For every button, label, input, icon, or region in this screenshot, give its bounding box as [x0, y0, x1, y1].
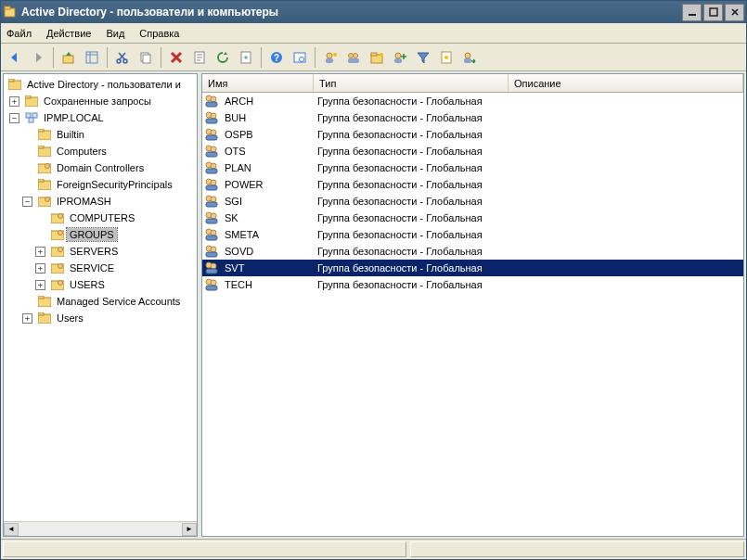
- scroll-right-icon[interactable]: ►: [182, 523, 197, 536]
- list-row[interactable]: OSPBГруппа безопасности - Глобальная: [202, 126, 743, 143]
- tree-domain[interactable]: − IPMP.LOCAL: [6, 109, 197, 126]
- tree-ou-servers[interactable]: + SERVERS: [6, 243, 197, 260]
- add-to-group-button[interactable]: [390, 47, 410, 68]
- tree-domain-controllers[interactable]: Domain Controllers: [6, 159, 197, 176]
- cell-type: Группа безопасности - Глобальная: [314, 196, 509, 207]
- new-group-button[interactable]: [343, 47, 364, 68]
- svg-rect-28: [326, 58, 333, 63]
- folder-icon: [38, 129, 51, 140]
- svg-rect-32: [348, 58, 359, 63]
- tree-msa[interactable]: Managed Service Accounts: [6, 293, 197, 310]
- tree-label: Builtin: [54, 128, 87, 141]
- svg-rect-105: [206, 269, 217, 274]
- list-row[interactable]: SOVDГруппа безопасности - Глобальная: [202, 243, 743, 260]
- svg-point-13: [123, 59, 127, 63]
- tree-root[interactable]: Active Directory - пользователи и: [6, 76, 197, 93]
- list-row[interactable]: POWERГруппа безопасности - Глобальная: [202, 176, 743, 193]
- tree-saved-queries[interactable]: + Сохраненные запросы: [6, 93, 197, 109]
- tree-ou-users[interactable]: + USERS: [6, 276, 197, 293]
- scroll-left-icon[interactable]: ◄: [4, 523, 19, 536]
- tree-label: GROUPS: [67, 228, 117, 241]
- group-icon: [204, 227, 219, 242]
- forward-button[interactable]: [28, 47, 48, 68]
- tree-ou-computers[interactable]: COMPUTERS: [6, 210, 197, 226]
- svg-point-58: [45, 197, 50, 202]
- group-icon: [204, 110, 219, 125]
- svg-point-66: [58, 264, 63, 269]
- expand-icon[interactable]: +: [35, 280, 45, 290]
- expand-icon[interactable]: +: [22, 313, 32, 324]
- group-icon: [204, 144, 219, 159]
- expand-icon[interactable]: +: [35, 263, 45, 274]
- minimize-button[interactable]: [682, 4, 702, 21]
- list-row[interactable]: SVTГруппа безопасности - Глобальная: [202, 260, 743, 276]
- help-button[interactable]: ?: [266, 47, 287, 68]
- tree-label: Computers: [54, 145, 109, 158]
- active-directory-window: Active Directory - пользователи и компью…: [0, 0, 747, 560]
- back-button[interactable]: [5, 47, 25, 68]
- copy-button[interactable]: [135, 47, 156, 68]
- tree-computers[interactable]: Computers: [6, 143, 197, 159]
- ou-icon: [51, 279, 64, 290]
- raise-domain-button[interactable]: [459, 47, 480, 68]
- show-hide-button[interactable]: [82, 47, 102, 68]
- menu-action[interactable]: Действие: [46, 28, 91, 39]
- menu-file[interactable]: Файл: [6, 28, 32, 39]
- list-row[interactable]: PLANГруппа безопасности - Глобальная: [202, 159, 743, 176]
- tree-users[interactable]: + Users: [6, 310, 197, 326]
- list-row[interactable]: ARCHГруппа безопасности - Глобальная: [202, 93, 743, 109]
- cell-name: BUH: [221, 112, 314, 123]
- list-row[interactable]: SMETAГруппа безопасности - Глобальная: [202, 226, 743, 243]
- folder-icon: [25, 95, 38, 107]
- tree-ipromash[interactable]: − IPROMASH: [6, 193, 197, 210]
- column-description[interactable]: Описание: [509, 74, 743, 92]
- delete-button[interactable]: [166, 47, 187, 68]
- svg-rect-81: [206, 135, 217, 140]
- svg-rect-6: [63, 56, 73, 63]
- list-row[interactable]: SKГруппа безопасности - Глобальная: [202, 210, 743, 226]
- svg-rect-43: [8, 79, 14, 82]
- list-row[interactable]: SGIГруппа безопасности - Глобальная: [202, 193, 743, 210]
- list-body[interactable]: ARCHГруппа безопасности - ГлобальнаяBUHГ…: [202, 93, 743, 536]
- delegation-button[interactable]: [436, 47, 457, 68]
- cut-button[interactable]: [112, 47, 133, 68]
- tree-ou-service[interactable]: + SERVICE: [6, 260, 197, 276]
- svg-point-92: [211, 197, 216, 202]
- close-button[interactable]: [725, 4, 744, 21]
- cell-name: SGI: [221, 196, 314, 207]
- svg-rect-48: [29, 118, 33, 122]
- collapse-icon[interactable]: −: [9, 113, 19, 123]
- expand-icon[interactable]: +: [35, 247, 45, 257]
- filter-button[interactable]: [413, 47, 433, 68]
- tree-builtin[interactable]: Builtin: [6, 126, 197, 143]
- menu-help[interactable]: Справка: [139, 28, 179, 39]
- properties-button[interactable]: [189, 47, 210, 68]
- new-user-button[interactable]: [320, 47, 341, 68]
- column-type[interactable]: Тип: [314, 74, 509, 92]
- tree-fsp[interactable]: ForeignSecurityPrincipals: [6, 176, 197, 193]
- refresh-button[interactable]: [213, 47, 233, 68]
- menu-view[interactable]: Вид: [106, 28, 124, 39]
- up-button[interactable]: [58, 47, 79, 68]
- expand-icon[interactable]: +: [9, 96, 19, 107]
- group-icon: [204, 244, 219, 259]
- tree-scrollbar[interactable]: ◄ ►: [4, 521, 197, 536]
- cell-type: Группа безопасности - Глобальная: [314, 112, 509, 123]
- svg-point-80: [211, 130, 216, 135]
- find-button[interactable]: [290, 47, 310, 68]
- collapse-icon[interactable]: −: [22, 197, 32, 207]
- list-row[interactable]: BUHГруппа безопасности - Глобальная: [202, 109, 743, 126]
- svg-rect-52: [38, 146, 44, 148]
- maximize-button[interactable]: [703, 4, 723, 21]
- list-row[interactable]: OTSГруппа безопасности - Глобальная: [202, 143, 743, 159]
- tree-ou-groups[interactable]: GROUPS: [6, 226, 197, 243]
- title-bar[interactable]: Active Directory - пользователи и компью…: [1, 1, 746, 23]
- tree-pane: Active Directory - пользователи и + Сохр…: [3, 73, 198, 537]
- list-row[interactable]: TECHГруппа безопасности - Глобальная: [202, 276, 743, 293]
- tree[interactable]: Active Directory - пользователи и + Сохр…: [4, 74, 197, 521]
- column-name[interactable]: Имя: [202, 74, 314, 92]
- new-ou-button[interactable]: [367, 47, 387, 68]
- export-list-button[interactable]: [236, 47, 256, 68]
- svg-point-98: [211, 230, 216, 235]
- svg-rect-93: [206, 202, 217, 207]
